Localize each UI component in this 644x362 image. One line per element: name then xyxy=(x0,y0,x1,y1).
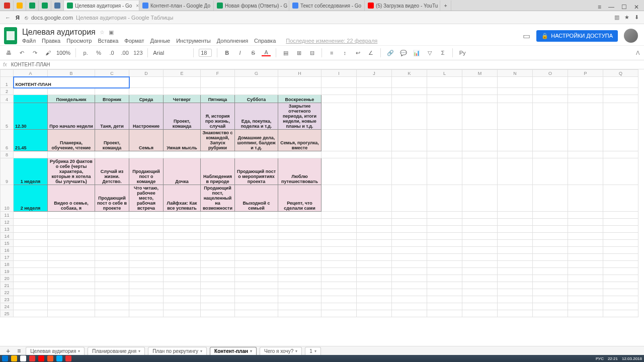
star-icon[interactable]: ☆ xyxy=(100,29,105,36)
functions-icon[interactable]: Σ xyxy=(438,50,447,56)
minimize-icon[interactable]: — xyxy=(608,4,614,11)
comment-icon[interactable]: 💬 xyxy=(399,50,408,56)
share-button[interactable]: 🔒 НАСТРОЙКИ ДОСТУПА xyxy=(536,30,618,42)
browser-tab[interactable] xyxy=(26,1,39,11)
close-icon[interactable]: ✕ xyxy=(634,4,639,11)
browser-tab-strip: Целевая аудитория - Go× Контент-план - G… xyxy=(0,0,644,11)
collapse-toolbar-icon[interactable]: ᐱ xyxy=(636,50,640,56)
tab-label: Контент-план - Google До xyxy=(150,3,210,9)
zoom-select[interactable]: 100% xyxy=(56,50,70,56)
new-tab-button[interactable]: + xyxy=(440,1,451,11)
browser-tab[interactable]: (5) Загрузка видео - YouTu xyxy=(365,1,440,11)
tab-label: Целевая аудитория - Go xyxy=(75,3,132,9)
menu-help[interactable]: Справка xyxy=(254,38,276,44)
maximize-icon[interactable]: ☐ xyxy=(621,4,627,11)
formula-bar: fx КОНТЕНТ-ПЛАН xyxy=(0,60,644,69)
app-header: Целевая аудитория ☆ ▣ Файл Правка Просмо… xyxy=(0,24,644,45)
menu-view[interactable]: Просмотр xyxy=(66,38,92,44)
redo-icon[interactable]: ↷ xyxy=(30,50,39,56)
browser-tab[interactable]: Контент-план - Google До xyxy=(139,1,214,11)
browser-tab[interactable]: Текст собеседования - Go xyxy=(289,1,365,11)
url-host: docs.google.com xyxy=(31,15,73,21)
favorite-icon[interactable]: ★ xyxy=(624,14,629,21)
menu-tools[interactable]: Инструменты xyxy=(176,38,211,44)
text-color-icon[interactable]: A xyxy=(262,49,271,56)
comments-icon[interactable]: ▭ xyxy=(523,31,530,41)
window-controls: ≡ — ☐ ✕ xyxy=(593,4,644,11)
borders-icon[interactable]: ⊞ xyxy=(294,50,303,56)
yandex-icon[interactable]: Я xyxy=(16,15,20,21)
tab-label: (5) Загрузка видео - YouTu xyxy=(376,3,438,9)
dec-dec-icon[interactable]: .0 xyxy=(107,50,116,56)
menu-bar: Файл Правка Просмотр Вставка Формат Данн… xyxy=(22,38,377,44)
font-size-input[interactable]: 18 xyxy=(199,49,212,57)
browser-tab[interactable] xyxy=(51,1,64,11)
fx-value[interactable]: КОНТЕНТ-ПЛАН xyxy=(11,62,50,67)
menu-file[interactable]: Файл xyxy=(22,38,36,44)
browser-tab[interactable] xyxy=(39,1,51,11)
browser-tab[interactable] xyxy=(1,1,14,11)
lock-icon: ⎋ xyxy=(25,15,28,21)
avatar[interactable] xyxy=(624,29,638,43)
link-icon[interactable]: 🔗 xyxy=(386,50,395,56)
number-fmt-icon[interactable]: 123 xyxy=(133,50,142,56)
back-icon[interactable]: ← xyxy=(5,15,11,21)
menu-addons[interactable]: Дополнения xyxy=(217,38,248,44)
addr-icon[interactable]: ▥ xyxy=(614,14,619,21)
bold-icon[interactable]: B xyxy=(222,50,231,56)
menu-icon[interactable]: ≡ xyxy=(598,4,601,11)
undo-icon[interactable]: ↶ xyxy=(17,50,26,56)
fx-label: fx xyxy=(3,62,7,67)
menu-insert[interactable]: Вставка xyxy=(98,38,118,44)
paint-icon[interactable]: 🖌 xyxy=(43,50,52,56)
sheets-logo-icon[interactable] xyxy=(4,27,17,44)
menu-data[interactable]: Данные xyxy=(150,38,170,44)
document-title[interactable]: Целевая аудитория xyxy=(22,28,96,37)
font-select[interactable]: Arial xyxy=(153,50,188,56)
menu-format[interactable]: Формат xyxy=(124,38,144,44)
filter-icon[interactable]: ▽ xyxy=(425,50,434,56)
tab-label: Текст собеседования - Go xyxy=(300,3,361,9)
folder-icon[interactable]: ▣ xyxy=(109,29,114,36)
download-icon[interactable]: ⬇ xyxy=(634,14,639,21)
input-lang-icon[interactable]: Ру xyxy=(458,50,467,56)
menu-edit[interactable]: Правка xyxy=(42,38,60,44)
tab-close-icon[interactable]: × xyxy=(136,3,139,9)
currency-icon[interactable]: р. xyxy=(81,50,90,56)
valign-icon[interactable]: ↕ xyxy=(340,50,349,56)
share-label: НАСТРОЙКИ ДОСТУПА xyxy=(551,33,613,39)
address-bar: ← Я ⎋ docs.google.com Целевая аудитория … xyxy=(0,11,644,24)
toolbar: 🖶 ↶ ↷ 🖌 100% р. % .0 .00 123 Arial 18 B … xyxy=(0,45,644,60)
browser-tab[interactable] xyxy=(14,1,26,11)
wrap-icon[interactable]: ↩ xyxy=(353,50,362,56)
strike-icon[interactable]: S xyxy=(249,50,258,56)
merge-icon[interactable]: ⊟ xyxy=(307,50,316,56)
fill-color-icon[interactable]: ▤ xyxy=(281,50,290,56)
percent-icon[interactable]: % xyxy=(94,50,103,56)
tab-label: Новая форма (Ответы) - G xyxy=(225,3,287,9)
last-edit[interactable]: Последнее изменение: 22 февраля xyxy=(286,38,377,44)
lock-icon: 🔒 xyxy=(541,33,548,39)
rotate-icon[interactable]: ∠ xyxy=(366,50,375,56)
url-input[interactable]: ⎋ docs.google.com Целевая аудитория - Go… xyxy=(25,15,609,21)
italic-icon[interactable]: I xyxy=(235,50,245,56)
url-title: Целевая аудитория - Google Таблицы xyxy=(76,15,173,21)
chart-icon[interactable]: 📊 xyxy=(412,50,421,56)
browser-tab-active[interactable]: Целевая аудитория - Go× xyxy=(64,1,139,11)
browser-tab[interactable]: Новая форма (Ответы) - G xyxy=(214,1,289,11)
dec-inc-icon[interactable]: .00 xyxy=(120,50,129,56)
halign-icon[interactable]: ≡ xyxy=(327,50,336,56)
print-icon[interactable]: 🖶 xyxy=(4,50,13,56)
